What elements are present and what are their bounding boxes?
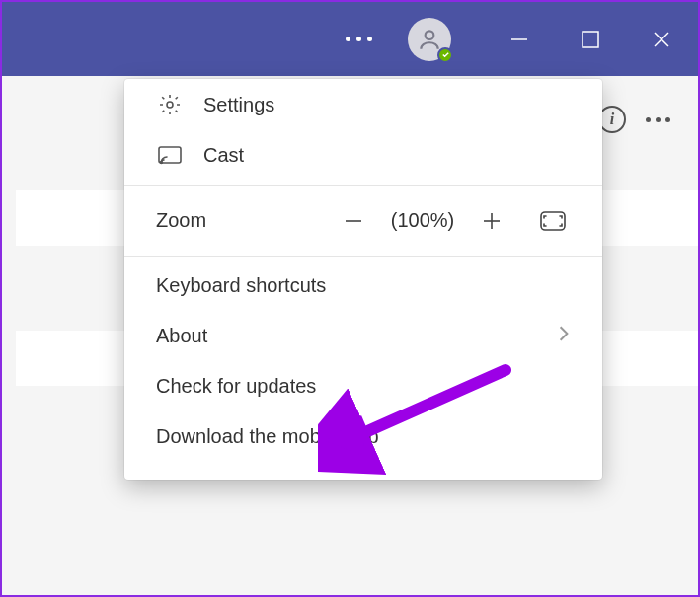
zoom-value: (100%) bbox=[381, 209, 464, 232]
settings-menu: Settings Cast Zoom (100%) bbox=[124, 79, 602, 480]
zoom-out-button[interactable] bbox=[332, 210, 375, 232]
keyboard-shortcuts-menuitem[interactable]: Keyboard shortcuts bbox=[124, 261, 602, 311]
svg-point-0 bbox=[426, 31, 434, 39]
zoom-row: Zoom (100%) bbox=[124, 189, 602, 252]
menu-divider bbox=[124, 256, 602, 257]
fullscreen-button[interactable] bbox=[531, 211, 575, 231]
more-actions-icon[interactable] bbox=[646, 117, 670, 122]
svg-rect-11 bbox=[541, 212, 565, 230]
info-icon[interactable]: i bbox=[598, 106, 626, 133]
download-app-label: Download the mobile app bbox=[156, 425, 379, 448]
about-label: About bbox=[156, 325, 207, 347]
about-menuitem[interactable]: About bbox=[124, 311, 602, 361]
close-button[interactable] bbox=[635, 13, 688, 66]
zoom-in-button[interactable] bbox=[470, 210, 513, 232]
chevron-right-icon bbox=[557, 325, 571, 347]
settings-label: Settings bbox=[203, 94, 274, 116]
cast-menuitem[interactable]: Cast bbox=[124, 130, 602, 181]
more-options-icon[interactable] bbox=[346, 37, 372, 41]
check-updates-menuitem[interactable]: Check for updates bbox=[124, 361, 602, 411]
check-updates-label: Check for updates bbox=[156, 375, 316, 398]
svg-point-7 bbox=[161, 161, 163, 163]
download-mobile-app-menuitem[interactable]: Download the mobile app bbox=[124, 411, 602, 462]
cast-label: Cast bbox=[203, 144, 244, 167]
menu-divider bbox=[124, 185, 602, 186]
keyboard-shortcuts-label: Keyboard shortcuts bbox=[156, 274, 326, 297]
title-bar bbox=[2, 2, 698, 76]
settings-menuitem[interactable]: Settings bbox=[124, 79, 602, 130]
svg-point-5 bbox=[167, 102, 173, 108]
presence-available-icon bbox=[437, 47, 453, 63]
profile-avatar[interactable] bbox=[408, 18, 451, 61]
zoom-label: Zoom bbox=[156, 209, 206, 232]
gear-icon bbox=[156, 93, 184, 116]
minimize-button[interactable] bbox=[493, 13, 546, 66]
cast-icon bbox=[156, 146, 184, 166]
svg-rect-2 bbox=[583, 32, 598, 47]
maximize-button[interactable] bbox=[564, 13, 617, 66]
